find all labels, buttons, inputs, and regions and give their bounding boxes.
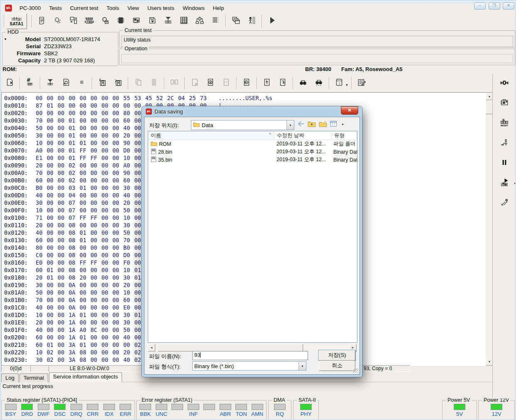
hex-vertical-scrollbar[interactable]: ▲ ▼ — [486, 93, 493, 366]
main-gear-save-button[interactable] — [97, 14, 113, 29]
combo-dropdown-arrow[interactable]: ▼ — [286, 120, 294, 130]
main-pc-exchange-button[interactable] — [66, 14, 81, 29]
file-name: 28.bin — [158, 149, 172, 155]
column-header-2[interactable]: 수정한 날짜 — [274, 131, 332, 140]
dialog-close-button[interactable]: ✕ — [341, 106, 358, 115]
bulb-icon — [53, 16, 62, 27]
main-bulb-button[interactable] — [50, 14, 66, 29]
main-script-info-button[interactable] — [34, 14, 50, 29]
rom-page-down-button[interactable] — [203, 76, 218, 91]
hscroll-thumb[interactable] — [158, 344, 303, 351]
restore-button[interactable]: ❐ — [489, 2, 500, 10]
right-pause-button[interactable] — [497, 157, 511, 169]
file-row[interactable]: ROM2019-03-11 오후 12...파일 폴더 — [148, 140, 357, 148]
rom-script-hex-button[interactable]: 0101i — [331, 76, 347, 91]
hscroll-left-arrow[interactable]: ◄ — [148, 344, 155, 351]
page-filled-icon — [149, 78, 159, 88]
file-type-combobox[interactable]: Binary file (*.bin) ▼ — [192, 361, 306, 371]
file-row[interactable]: 0135.bin2019-03-11 오후 12...Binary Dat — [148, 156, 357, 164]
menu-item-view[interactable]: View — [123, 4, 143, 12]
dropdown-arrow[interactable]: ▼ — [514, 182, 516, 185]
rom-load-from-file-button[interactable] — [110, 76, 126, 91]
led-cell: DWF — [35, 404, 51, 417]
rom-page-up-button[interactable]: 1 — [259, 76, 275, 91]
rom-filter-bus-button[interactable] — [42, 76, 58, 91]
window-controls: – ❐ ✕ — [473, 1, 514, 10]
main-disk-export-button[interactable] — [144, 14, 160, 29]
tab-service-information-objects[interactable]: Service information objects — [49, 372, 122, 382]
combo-dropdown-arrow[interactable]: ▼ — [298, 362, 306, 370]
dropdown-arrow[interactable]: ▼ — [345, 84, 348, 86]
right-relay-button[interactable] — [497, 137, 511, 150]
new-folder-button[interactable] — [319, 120, 327, 128]
column-header-3[interactable]: 유형 — [332, 131, 357, 140]
rom-page-next-button[interactable] — [275, 76, 291, 91]
hex-bytes: 20 00 00 08 00 00 00 00 30 00 — [36, 222, 141, 228]
rom-find-next-button[interactable] — [311, 76, 327, 91]
save-location-combobox[interactable]: Data ▼ — [191, 120, 294, 130]
file-list[interactable]: 이름▲수정한 날짜유형 ROM2019-03-11 오후 12...파일 폴더0… — [148, 131, 357, 343]
file-row[interactable]: 0128.bin2019-03-11 오후 12...Binary Dat — [148, 148, 357, 156]
dma-panel-leds: RQ — [269, 404, 290, 417]
save-button[interactable]: 저장(S) — [319, 350, 355, 361]
file-name: 35.bin — [158, 157, 172, 163]
power-5v-panel-title: Power 5V — [446, 397, 472, 403]
grid-table-icon — [179, 16, 188, 27]
resize-grip[interactable] — [353, 368, 359, 373]
main-chip-button[interactable] — [113, 14, 129, 29]
rom-find-button[interactable] — [295, 76, 311, 91]
rom-notes-edit-button[interactable] — [354, 76, 369, 91]
hex-bytes: 10 00 00 1A 01 00 00 00 30 01 — [36, 312, 141, 318]
right-drive-power-button[interactable]: 0 — [497, 77, 511, 90]
right-adapter-card2-button[interactable] — [497, 97, 511, 110]
main-play-button[interactable] — [264, 14, 280, 29]
save-location-value: Data — [202, 122, 213, 128]
back-arrow-button[interactable] — [297, 120, 305, 128]
main-baud-rate-button[interactable]: 960057600 — [81, 14, 97, 29]
rom-page-close-button[interactable] — [2, 76, 17, 91]
main-user-exit-button[interactable] — [244, 14, 259, 29]
main-windows-cascade-button[interactable] — [228, 14, 244, 29]
rom-stop-button[interactable] — [74, 76, 90, 91]
toolbar-separator — [20, 77, 20, 89]
filter-bus-icon — [46, 78, 55, 88]
rom-page-back-button[interactable] — [239, 76, 254, 91]
main-merge-filter-button[interactable] — [160, 14, 176, 29]
tab-terminal[interactable]: Terminal — [20, 373, 48, 382]
folder-up-button[interactable] — [308, 120, 316, 128]
menu-item-tools[interactable]: Tools — [103, 4, 123, 12]
tab-log[interactable]: Log — [1, 373, 19, 382]
dialog-titlebar[interactable]: Data saving — [146, 108, 183, 115]
main-flowchart-button[interactable]: ? — [192, 14, 208, 29]
file-date-cell: 2019-03-11 오후 12... — [274, 148, 331, 155]
minimize-button[interactable]: – — [474, 2, 486, 10]
dma-panel: DMARQ — [268, 400, 291, 420]
led-label: CRR — [87, 411, 98, 417]
hdd-field-row: ModelST2000LM007-1R8174 — [6, 36, 116, 43]
script-hex-icon: 0101i — [335, 78, 344, 88]
menu-item-pc-3000[interactable]: PC-3000 — [15, 4, 45, 12]
sata1-port-button[interactable]: SATA1 — [6, 13, 27, 29]
menu-item-windows[interactable]: Windows — [179, 4, 209, 12]
rom-page-refresh-button[interactable] — [58, 76, 74, 91]
menu-item-users-tests[interactable]: Users tests — [143, 4, 179, 12]
view-menu-button[interactable] — [330, 120, 338, 128]
hex-row[interactable]: 0x0000:00 00 00 00 00 00 00 00 55 53 45 … — [4, 94, 484, 102]
right-start-bus-button[interactable]: ▼ — [497, 177, 511, 189]
main-list-report-button[interactable] — [208, 14, 223, 29]
file-name-input[interactable]: 93 — [192, 351, 308, 360]
main-adapter-card-button[interactable] — [129, 14, 144, 29]
column-header-1[interactable]: 이름▲ — [148, 131, 274, 140]
rom-hash-bus-button[interactable]: # — [22, 76, 38, 91]
menu-item-current-test[interactable]: Current test — [66, 4, 103, 12]
main-grid-table-button[interactable] — [176, 14, 192, 29]
rom-save-to-file-button[interactable] — [94, 76, 110, 91]
cancel-button[interactable]: 취소 — [319, 361, 355, 371]
right-tools-button[interactable] — [497, 197, 511, 209]
close-button[interactable]: ✕ — [503, 2, 514, 10]
right-reset-button[interactable]: 1RESET000 — [497, 117, 511, 130]
menu-item-tests[interactable]: Tests — [45, 4, 66, 12]
menu-item-help[interactable]: Help — [209, 4, 228, 12]
led-label: 5V — [456, 411, 463, 417]
dropdown-arrow[interactable]: ▼ — [341, 123, 344, 126]
